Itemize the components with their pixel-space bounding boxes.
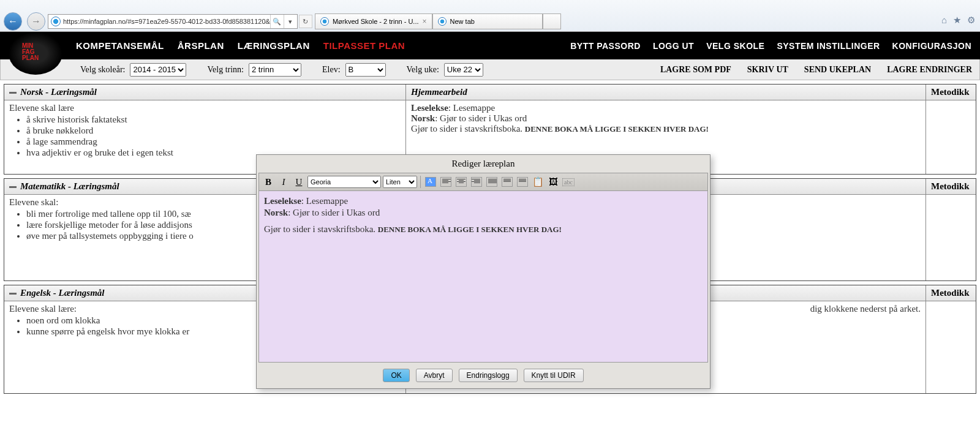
logo xyxy=(9,32,62,75)
skriv-ut-button[interactable]: SKRIV UT xyxy=(747,65,788,75)
nav-system-instillinger[interactable]: SYSTEM INSTILLINGER xyxy=(777,41,880,51)
list-item: å skrive historisk faktatekst xyxy=(26,115,401,125)
nav-konfigurasjon[interactable]: KONFIGURASJON xyxy=(892,41,971,51)
nav-logg-ut[interactable]: LOGG UT xyxy=(653,41,694,51)
panel-title: Matematikk - Læringsmål xyxy=(20,181,119,191)
paste-button[interactable]: 📋 xyxy=(531,175,545,189)
nav-kompetansemal[interactable]: KOMPETANSEMÅL xyxy=(76,40,164,51)
engelsk-metodikk[interactable] xyxy=(925,301,976,393)
size-select[interactable]: Liten xyxy=(383,176,417,188)
new-tab-button[interactable] xyxy=(543,13,561,29)
address-bar[interactable]: https://minfagplan.no/#s=971ea2e9-5570-4… xyxy=(48,14,298,29)
font-select[interactable]: Georia xyxy=(307,176,381,188)
search-icon[interactable]: 🔍 xyxy=(270,15,284,28)
tab-title: Mørkved Skole - 2 trinn - U... xyxy=(333,18,419,25)
intro: Elevene skal lære xyxy=(9,103,401,113)
tab-title: New tab xyxy=(450,18,475,25)
text-color-button[interactable] xyxy=(424,175,437,189)
text: : Gjør to sider i Ukas ord xyxy=(288,208,380,217)
list-item: å lage sammendrag xyxy=(26,137,401,147)
text: : Gjør to sider i Ukas ord xyxy=(435,113,527,123)
nav-laeringsplan[interactable]: LÆRINGSPLAN xyxy=(238,40,310,51)
clear-format-button[interactable]: abc xyxy=(562,175,575,189)
list-item: å bruke nøkkelord xyxy=(26,126,401,136)
uke-label: Velg uke: xyxy=(407,65,439,75)
link-udir-button[interactable]: Knytt til UDIR xyxy=(524,369,584,382)
panel-title: Engelsk - Læringsmål xyxy=(20,288,105,298)
lagre-endringer-button[interactable]: LAGRE ENDRINGER xyxy=(887,65,972,75)
panel-title: Norsk - Læringsmål xyxy=(20,87,97,97)
unordered-list-button[interactable] xyxy=(516,175,529,189)
ok-button[interactable]: OK xyxy=(383,369,409,382)
label: Norsk xyxy=(411,113,435,123)
tab-new[interactable]: New tab xyxy=(432,13,543,29)
trinn-label: Velg trinn: xyxy=(207,65,244,75)
align-right-button[interactable] xyxy=(470,175,483,189)
favicon-icon xyxy=(320,17,329,26)
trinn-select[interactable]: 2 trinn xyxy=(249,63,301,77)
editor-textarea[interactable]: Leselekse: Lesemappe Norsk: Gjør to side… xyxy=(258,191,708,363)
text: Gjør to sider i stavskriftsboka. xyxy=(264,224,378,234)
refresh-button[interactable]: ↻ xyxy=(299,15,312,28)
settings-icon[interactable]: ⚙ xyxy=(967,15,975,26)
metodikk-header: Metodikk xyxy=(925,85,976,100)
back-button[interactable]: ← xyxy=(4,12,22,31)
collapse-icon[interactable] xyxy=(9,186,17,188)
tab-close-icon[interactable]: × xyxy=(423,17,427,26)
year-label: Velg skoleår: xyxy=(80,65,125,75)
lagre-pdf-button[interactable]: LAGRE SOM PDF xyxy=(660,65,731,75)
modal-title: Rediger læreplan xyxy=(257,155,710,173)
image-button[interactable]: 🖼 xyxy=(546,175,560,189)
elev-select[interactable]: B xyxy=(345,63,386,77)
align-justify-button[interactable] xyxy=(485,175,499,189)
favorites-icon[interactable]: ★ xyxy=(953,15,961,26)
text-bold: DENNE BOKA MÅ LIGGE I SEKKEN HVER DAG! xyxy=(378,225,562,234)
metodikk-header: Metodikk xyxy=(925,179,976,194)
home-icon[interactable]: ⌂ xyxy=(941,15,947,26)
nav-tilpasset[interactable]: TILPASSET PLAN xyxy=(323,40,405,51)
editor-toolbar: B I U Georia Liten 📋 🖼 abc xyxy=(258,173,708,191)
label: Leselekse xyxy=(411,103,448,113)
cancel-button[interactable]: Avbryt xyxy=(416,369,453,382)
app-header: KOMPETANSEMÅL ÅRSPLAN LÆRINGSPLAN TILPAS… xyxy=(0,32,980,59)
text: : Lesemappe xyxy=(448,103,495,113)
send-ukeplan-button[interactable]: SEND UKEPLAN xyxy=(804,65,871,75)
collapse-icon[interactable] xyxy=(9,293,17,295)
nav-arsplan[interactable]: ÅRSPLAN xyxy=(178,40,224,51)
text-bold: DENNE BOKA MÅ LIGGE I SEKKEN HVER DAG! xyxy=(525,124,709,134)
favicon-icon xyxy=(438,17,447,26)
bold-button[interactable]: B xyxy=(262,175,275,189)
text: Leselekse xyxy=(264,196,301,206)
metodikk-header: Metodikk xyxy=(925,285,976,301)
collapse-icon[interactable] xyxy=(9,92,17,94)
underline-button[interactable]: U xyxy=(292,175,306,189)
dropdown-icon[interactable]: ▾ xyxy=(284,15,297,28)
italic-button[interactable]: I xyxy=(277,175,290,189)
ie-icon xyxy=(51,17,61,26)
matte-metodikk[interactable] xyxy=(925,195,976,280)
text: : Lesemappe xyxy=(301,196,348,206)
filter-bar: Velg skoleår: 2014 - 2015 Velg trinn: 2 … xyxy=(0,59,980,80)
browser-toolbar: ← → https://minfagplan.no/#s=971ea2e9-55… xyxy=(0,0,980,32)
text: Gjør to sider i stavskriftsboka. xyxy=(411,124,525,134)
ordered-list-button[interactable] xyxy=(500,175,514,189)
norsk-metodikk[interactable] xyxy=(925,100,976,174)
year-select[interactable]: 2014 - 2015 xyxy=(130,63,186,77)
edit-modal: Rediger læreplan B I U Georia Liten 📋 🖼 … xyxy=(256,154,710,389)
nav-velg-skole[interactable]: VELG SKOLE xyxy=(706,41,764,51)
changelog-button[interactable]: Endringslogg xyxy=(459,369,518,382)
nav-bytt-passord[interactable]: BYTT PASSORD xyxy=(570,41,641,51)
url-text: https://minfagplan.no/#s=971ea2e9-5570-4… xyxy=(63,18,270,25)
forward-button[interactable]: → xyxy=(27,12,45,31)
elev-label: Elev: xyxy=(322,65,341,75)
uke-select[interactable]: Uke 22 xyxy=(444,63,483,77)
align-left-button[interactable] xyxy=(439,175,453,189)
tab-active[interactable]: Mørkved Skole - 2 trinn - U... × xyxy=(315,13,432,29)
align-center-button[interactable] xyxy=(454,175,468,189)
hjemmearbeid-header: Hjemmearbeid xyxy=(406,85,925,100)
text: Norsk xyxy=(264,208,288,217)
